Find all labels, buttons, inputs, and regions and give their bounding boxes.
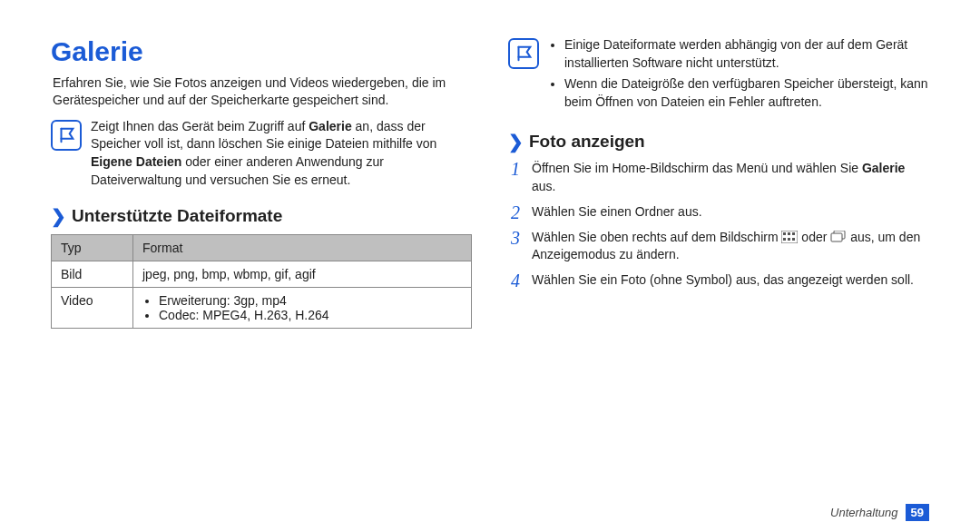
note-block-1: Zeigt Ihnen das Gerät beim Zugriff auf G… (51, 118, 472, 189)
svg-rect-5 (792, 232, 795, 235)
step-4: 4 Wählen Sie ein Foto (ohne Symbol) aus,… (508, 271, 929, 290)
chevron-icon: ❯ (508, 131, 524, 153)
formats-table: Typ Format Bild jpeg, png, bmp, wbmp, gi… (51, 234, 472, 329)
step-number: 1 (508, 160, 523, 178)
note-2-text: Einige Dateiformate werden abhängig von … (548, 36, 929, 114)
note-icon (508, 38, 539, 69)
page-footer: Unterhaltung 59 (830, 504, 929, 521)
svg-rect-7 (788, 238, 790, 241)
table-row: Bild jpeg, png, bmp, wbmp, gif, agif (52, 261, 472, 288)
page-number: 59 (906, 504, 929, 521)
step-3: 3 Wählen Sie oben rechts auf dem Bildsch… (508, 229, 929, 264)
svg-rect-10 (831, 233, 842, 241)
svg-rect-4 (788, 232, 790, 235)
page-title: Galerie (51, 36, 472, 67)
stack-view-icon (830, 231, 847, 243)
table-row: Video Erweiterung: 3gp, mp4 Codec: MPEG4… (52, 288, 472, 329)
step-2: 2 Wählen Sie einen Ordner aus. (508, 203, 929, 222)
step-number: 4 (508, 271, 523, 290)
step-number: 2 (508, 203, 523, 222)
section-heading-view: ❯ Foto anzeigen (508, 131, 929, 153)
note-block-2: Einige Dateiformate werden abhängig von … (508, 36, 929, 114)
svg-rect-3 (783, 232, 786, 235)
note-1-text: Zeigt Ihnen das Gerät beim Zugriff auf G… (91, 118, 472, 189)
chevron-icon: ❯ (51, 205, 66, 227)
section-heading-formats: ❯ Unterstützte Dateiformate (51, 205, 472, 227)
note-icon (51, 120, 82, 151)
svg-rect-8 (792, 238, 795, 241)
th-format: Format (133, 235, 472, 261)
intro-text: Erfahren Sie, wie Sie Fotos anzeigen und… (53, 74, 472, 109)
grid-view-icon (781, 231, 798, 243)
step-1: 1 Öffnen Sie im Home-Bildschirm das Menü… (508, 160, 929, 195)
step-number: 3 (508, 229, 523, 247)
svg-rect-6 (783, 238, 786, 241)
footer-section-label: Unterhaltung (830, 506, 897, 519)
th-type: Typ (52, 235, 133, 261)
